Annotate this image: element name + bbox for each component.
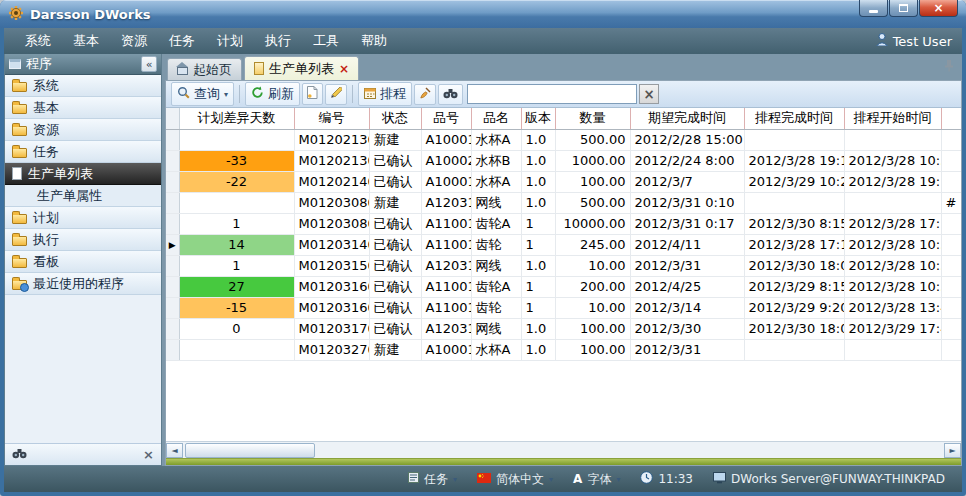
- grid-row[interactable]: 1M012030802已确认A11001齿轮A110000.002012/3/3…: [166, 213, 961, 234]
- column-header[interactable]: 计划差异天数: [179, 108, 294, 129]
- row-indicator-cell: [166, 213, 179, 234]
- new-button[interactable]: [302, 83, 323, 105]
- menu-item-planning[interactable]: 计划: [206, 29, 254, 53]
- refresh-button[interactable]: 刷新: [245, 82, 300, 106]
- status-font-selector[interactable]: A 字体 ▾: [566, 471, 627, 488]
- cell-ver: 1.0: [521, 129, 555, 150]
- schedule-button[interactable]: 排程: [358, 82, 412, 106]
- grid-row[interactable]: M012030801新建A12031网线1.0500.002012/3/31 0…: [166, 192, 961, 213]
- cell-pno: A12031: [421, 318, 471, 339]
- column-header[interactable]: 排程完成时间: [744, 108, 844, 129]
- cell-ver: 1.0: [521, 171, 555, 192]
- sidebar-item-resources[interactable]: 资源: [5, 119, 161, 141]
- column-header[interactable]: 数量: [555, 108, 630, 129]
- cell-status: 已确认: [369, 150, 421, 171]
- clear-schedule-button[interactable]: [414, 84, 436, 105]
- sidebar-item-basic[interactable]: 基本: [5, 97, 161, 119]
- tab-close-button[interactable]: ×: [339, 62, 349, 76]
- grid-body: M012021301新建A10001水杯A1.0500.002012/2/28 …: [166, 129, 961, 360]
- home-icon: [177, 67, 188, 75]
- search-input[interactable]: [467, 84, 637, 104]
- column-header-partial: [941, 108, 961, 129]
- menu-item-help[interactable]: 帮助: [350, 29, 398, 53]
- cell-diff: -15: [179, 297, 294, 318]
- grid-row[interactable]: M012032701新建A10001水杯A1.0100.002012/3/31: [166, 339, 961, 360]
- menu-item-execution[interactable]: 执行: [254, 29, 302, 53]
- cell-pno: A10001: [421, 171, 471, 192]
- cell-id: M012030802: [294, 213, 369, 234]
- search-clear-button[interactable]: ×: [639, 84, 659, 104]
- column-header[interactable]: 版本: [521, 108, 555, 129]
- column-header[interactable]: 品号: [421, 108, 471, 129]
- sidebar-item-label: 最近使用的程序: [33, 275, 124, 293]
- window-title: Darsson DWorks: [30, 7, 151, 22]
- tab-start-page[interactable]: 起始页: [167, 58, 242, 80]
- cell-ver: 1: [521, 213, 555, 234]
- sidebar: 程序 « 系统基本资源任务生产单列表生产单属性计划执行看板最近使用的程序 ×: [4, 54, 162, 466]
- column-header[interactable]: 排程开始时间: [844, 108, 941, 129]
- sidebar-collapse-button[interactable]: «: [141, 56, 157, 72]
- minimize-icon: [869, 10, 878, 13]
- grid-row[interactable]: 27M012031601已确认A11001齿轮A1200.002012/4/25…: [166, 276, 961, 297]
- tab-production-order-list[interactable]: 生产单列表×: [244, 56, 359, 80]
- scroll-right-button[interactable]: ►: [944, 443, 961, 458]
- sidebar-item-execution[interactable]: 执行: [5, 229, 161, 251]
- sidebar-item-production-order-properties[interactable]: 生产单属性: [5, 185, 161, 207]
- cell-extra: [941, 234, 961, 255]
- scrollbar-thumb[interactable]: [185, 443, 315, 458]
- grid-row[interactable]: -22M012021401已确认A10001水杯A1.0100.002012/3…: [166, 171, 961, 192]
- cell-sched_end: [744, 129, 844, 150]
- menu-item-tools[interactable]: 工具: [302, 29, 350, 53]
- grid-row[interactable]: 1M012031501已确认A12031网线1.010.002012/3/312…: [166, 255, 961, 276]
- close-button[interactable]: ×: [919, 0, 958, 17]
- cell-id: M012030801: [294, 192, 369, 213]
- menu-item-system[interactable]: 系统: [14, 29, 62, 53]
- maximize-button[interactable]: [889, 0, 918, 17]
- sidebar-item-tasks[interactable]: 任务: [5, 141, 161, 163]
- cell-expect: 2012/3/31 0:17: [630, 213, 744, 234]
- query-button[interactable]: 查询 ▾: [171, 82, 234, 106]
- menu-item-resources[interactable]: 资源: [110, 29, 158, 53]
- cell-expect: 2012/4/11: [630, 234, 744, 255]
- status-task-selector[interactable]: 任务 ▾: [401, 471, 464, 488]
- grid-row[interactable]: M012021301新建A10001水杯A1.0500.002012/2/28 …: [166, 129, 961, 150]
- status-server-label: DWorks Server@FUNWAY-THINKPAD: [731, 472, 945, 486]
- sidebar-find-clear-button[interactable]: ×: [143, 447, 154, 462]
- user-box[interactable]: Test User: [876, 33, 952, 49]
- cell-id: M012021301: [294, 129, 369, 150]
- column-header[interactable]: 编号: [294, 108, 369, 129]
- scroll-left-button[interactable]: ◄: [166, 443, 183, 458]
- dropdown-caret-icon: ▾: [453, 475, 457, 484]
- column-header[interactable]: 期望完成时间: [630, 108, 744, 129]
- binoculars-icon[interactable]: [12, 447, 27, 462]
- sidebar-item-label: 执行: [33, 231, 59, 249]
- column-header[interactable]: 状态: [369, 108, 421, 129]
- sidebar-item-planning[interactable]: 计划: [5, 207, 161, 229]
- grid-row[interactable]: 0M012031701已确认A12031网线1.0100.002012/3/30…: [166, 318, 961, 339]
- binoculars-icon: [443, 87, 458, 102]
- cell-qty: 1000.00: [555, 150, 630, 171]
- grid-row[interactable]: -15M012031602已确认A11001齿轮110.002012/3/142…: [166, 297, 961, 318]
- status-language-selector[interactable]: 简体中文 ▾: [470, 471, 560, 488]
- cell-diff: -33: [179, 150, 294, 171]
- pin-icon[interactable]: [944, 59, 954, 75]
- grid-row[interactable]: -33M012021302已确认A10002水杯B1.01000.002012/…: [166, 150, 961, 171]
- menu-item-basic[interactable]: 基本: [62, 29, 110, 53]
- minimize-button[interactable]: [859, 0, 888, 17]
- cell-pno: A11001: [421, 213, 471, 234]
- cell-extra: [941, 339, 961, 360]
- sidebar-item-label: 基本: [33, 99, 59, 117]
- edit-button[interactable]: [325, 84, 347, 105]
- sidebar-item-production-order-list[interactable]: 生产单列表: [5, 163, 161, 185]
- folder-icon: [12, 104, 27, 114]
- scrollbar-track[interactable]: [183, 443, 944, 458]
- sidebar-item-system[interactable]: 系统: [5, 75, 161, 97]
- horizontal-scrollbar[interactable]: ◄ ►: [166, 441, 961, 458]
- grid-row[interactable]: ▶14M012031402已确认A11001齿轮1245.002012/4/11…: [166, 234, 961, 255]
- sidebar-item-recent-programs[interactable]: 最近使用的程序: [5, 273, 161, 295]
- find-button[interactable]: [438, 84, 463, 105]
- column-header[interactable]: 品名: [471, 108, 521, 129]
- menu-item-tasks[interactable]: 任务: [158, 29, 206, 53]
- folder-icon: [12, 214, 27, 224]
- sidebar-item-kanban[interactable]: 看板: [5, 251, 161, 273]
